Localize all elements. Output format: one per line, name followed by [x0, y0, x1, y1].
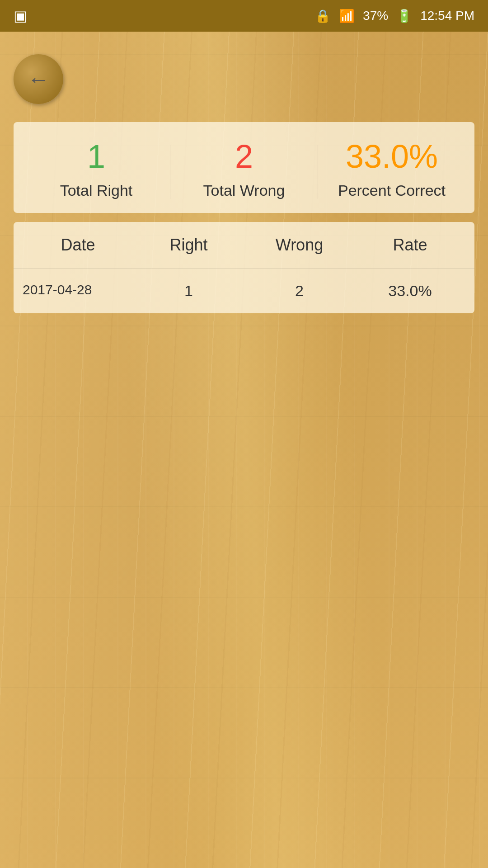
battery-percentage: 37% — [363, 9, 388, 23]
back-arrow-icon: ← — [28, 67, 49, 92]
total-right-item: 1 Total Right — [23, 140, 170, 199]
sim-icon: 📶 — [339, 9, 355, 24]
main-content: ← 1 Total Right 2 Total Wrong 33.0% Perc… — [0, 32, 488, 327]
col-header-wrong: Wrong — [244, 236, 355, 255]
history-table: Date Right Wrong Rate 2017-04-28 1 2 33.… — [14, 222, 474, 313]
cell-rate-0: 33.0% — [355, 282, 465, 300]
table-header: Date Right Wrong Rate — [14, 222, 474, 269]
cell-date-0: 2017-04-28 — [23, 282, 133, 300]
total-right-value: 1 — [87, 140, 105, 173]
total-wrong-label: Total Wrong — [203, 182, 285, 199]
percent-correct-item: 33.0% Percent Correct — [318, 140, 465, 199]
cell-right-0: 1 — [133, 282, 244, 300]
battery-icon: 🔋 — [396, 9, 412, 24]
col-header-right: Right — [133, 236, 244, 255]
clock: 12:54 PM — [420, 9, 474, 23]
percent-correct-label: Percent Correct — [338, 182, 446, 199]
status-bar-left: ▣ — [14, 7, 27, 24]
table-row: 2017-04-28 1 2 33.0% — [14, 269, 474, 313]
status-bar: ▣ 🔒 📶 37% 🔋 12:54 PM — [0, 0, 488, 32]
total-wrong-item: 2 Total Wrong — [170, 140, 318, 199]
col-header-rate: Rate — [355, 236, 465, 255]
col-header-date: Date — [23, 236, 133, 255]
total-right-label: Total Right — [60, 182, 133, 199]
status-bar-right: 🔒 📶 37% 🔋 12:54 PM — [315, 9, 474, 24]
cell-wrong-0: 2 — [244, 282, 355, 300]
back-button[interactable]: ← — [14, 54, 63, 104]
phone-icon: ▣ — [14, 7, 27, 24]
percent-correct-value: 33.0% — [346, 140, 438, 173]
total-wrong-value: 2 — [235, 140, 253, 173]
lock-icon: 🔒 — [315, 9, 331, 24]
summary-card: 1 Total Right 2 Total Wrong 33.0% Percen… — [14, 122, 474, 213]
